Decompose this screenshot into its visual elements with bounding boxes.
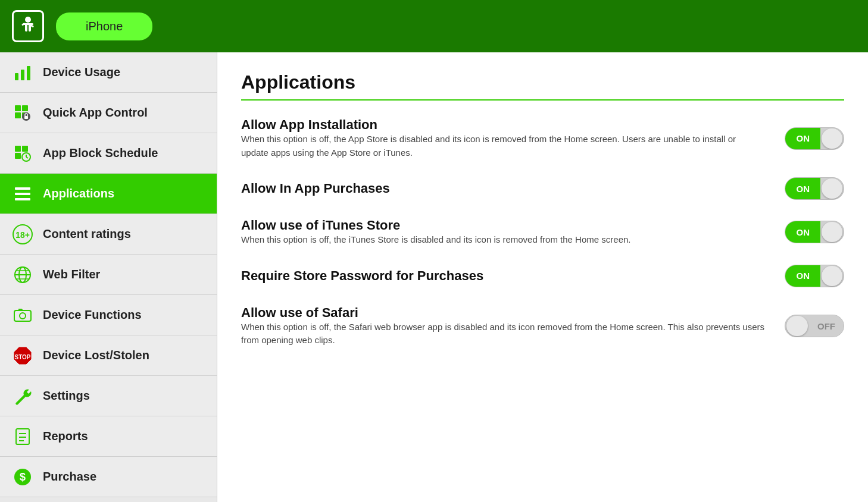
- sidebar-item-app-block-schedule[interactable]: App Block Schedule: [0, 133, 217, 174]
- setting-allow-itunes-store: Allow use of iTunes Store When this opti…: [241, 218, 844, 247]
- sidebar-label-web-filter: Web Filter: [43, 268, 100, 281]
- toggle-safari[interactable]: OFF: [785, 315, 844, 337]
- toggle-on-label: ON: [785, 178, 820, 199]
- toggle-on-label: ON: [785, 221, 820, 243]
- svg-rect-7: [21, 70, 24, 80]
- svg-rect-17: [15, 153, 21, 159]
- setting-row-store-password: Require Store Password for Purchases ON: [241, 265, 844, 287]
- sidebar-item-device-lost-stolen[interactable]: STOP Device Lost/Stolen: [0, 335, 217, 376]
- svg-rect-9: [15, 105, 21, 111]
- setting-desc-itunes-store: When this option is off, the iTunes Stor…: [241, 233, 765, 247]
- sidebar-item-content-ratings[interactable]: 18+ Content ratings: [0, 214, 217, 255]
- sidebar-item-device-functions[interactable]: Device Functions: [0, 295, 217, 335]
- stop-icon: STOP: [11, 344, 35, 368]
- svg-text:18+: 18+: [15, 230, 30, 240]
- sidebar-label-applications: Applications: [43, 187, 114, 200]
- setting-allow-app-installation: Allow App Installation When this option …: [241, 117, 844, 159]
- globe-icon: [11, 263, 35, 287]
- setting-desc-allow-app-installation: When this option is off, the App Store i…: [241, 133, 765, 159]
- bar-chart-icon: [11, 61, 35, 84]
- sidebar-item-settings[interactable]: Settings: [0, 376, 217, 416]
- content-divider: [241, 99, 844, 101]
- sidebar-label-quick-app-control: Quick App Control: [43, 106, 148, 120]
- toggle-thumb: [822, 128, 842, 149]
- toggle-store-password[interactable]: ON: [785, 265, 844, 287]
- header: iPhone: [0, 0, 868, 52]
- content-area: Applications Allow App Installation When…: [217, 52, 868, 502]
- sidebar-item-web-filter[interactable]: Web Filter: [0, 255, 217, 295]
- wrench-icon: [11, 384, 35, 408]
- setting-row-allow-app-installation: Allow App Installation When this option …: [241, 117, 844, 159]
- dollar-icon: $: [11, 465, 35, 489]
- svg-point-32: [20, 313, 26, 319]
- setting-allow-in-app-purchases: Allow In App Purchases ON: [241, 177, 844, 200]
- setting-row-safari: Allow use of Safari When this option is …: [241, 305, 844, 347]
- svg-rect-10: [22, 105, 28, 111]
- toggle-thumb: [822, 178, 842, 199]
- svg-line-20: [26, 157, 28, 158]
- toggle-off-label: OFF: [809, 315, 844, 337]
- setting-row-in-app-purchases: Allow In App Purchases ON: [241, 177, 844, 200]
- sidebar-label-device-functions: Device Functions: [43, 308, 142, 322]
- svg-rect-21: [15, 187, 30, 190]
- sidebar-item-applications[interactable]: Applications: [0, 174, 217, 214]
- grid-lock-icon: [11, 101, 35, 125]
- setting-require-store-password: Require Store Password for Purchases ON: [241, 265, 844, 287]
- sidebar-item-reports[interactable]: Reports: [0, 416, 217, 457]
- sidebar-label-app-block-schedule: App Block Schedule: [43, 146, 158, 160]
- main-layout: Device Usage Quick App Control: [0, 52, 868, 502]
- toggle-on-label: ON: [785, 128, 820, 149]
- sidebar-label-reports: Reports: [43, 429, 88, 443]
- svg-rect-31: [14, 310, 31, 321]
- toggle-on-label: ON: [785, 265, 820, 287]
- camera-icon: [11, 303, 35, 327]
- setting-title-in-app-purchases: Allow In App Purchases: [241, 181, 761, 196]
- setting-title-allow-app-installation: Allow App Installation: [241, 117, 761, 133]
- svg-rect-16: [22, 146, 28, 152]
- svg-rect-14: [24, 116, 28, 119]
- device-tab-button[interactable]: iPhone: [56, 12, 152, 40]
- logo: [12, 10, 44, 42]
- sidebar: Device Usage Quick App Control: [0, 52, 217, 502]
- setting-title-store-password: Require Store Password for Purchases: [241, 268, 761, 284]
- toggle-itunes-store[interactable]: ON: [785, 221, 844, 243]
- sidebar-label-settings: Settings: [43, 389, 90, 403]
- sidebar-label-device-usage: Device Usage: [43, 65, 120, 79]
- svg-rect-4: [21, 23, 26, 26]
- svg-rect-6: [15, 73, 18, 80]
- toggle-allow-app-installation[interactable]: ON: [785, 127, 844, 150]
- sidebar-label-content-ratings: Content ratings: [43, 227, 131, 241]
- setting-allow-safari: Allow use of Safari When this option is …: [241, 305, 844, 347]
- report-icon: [11, 425, 35, 448]
- svg-rect-15: [15, 146, 21, 152]
- toggle-thumb: [822, 266, 842, 286]
- toggle-thumb-off: [786, 316, 808, 336]
- grid-clock-icon: [11, 142, 35, 165]
- list-icon: [11, 182, 35, 206]
- svg-rect-22: [15, 193, 30, 195]
- 18plus-icon: 18+: [11, 222, 35, 246]
- svg-point-0: [25, 17, 31, 23]
- setting-title-safari: Allow use of Safari: [241, 305, 761, 321]
- sidebar-item-quick-app-control[interactable]: Quick App Control: [0, 93, 217, 133]
- page-title: Applications: [241, 71, 844, 93]
- sidebar-item-purchase[interactable]: $ Purchase: [0, 457, 217, 497]
- svg-text:$: $: [20, 471, 26, 483]
- setting-title-itunes-store: Allow use of iTunes Store: [241, 218, 761, 233]
- svg-text:STOP: STOP: [14, 354, 30, 360]
- toggle-in-app-purchases[interactable]: ON: [785, 177, 844, 200]
- sidebar-label-device-lost-stolen: Device Lost/Stolen: [43, 349, 149, 362]
- sidebar-item-device-usage[interactable]: Device Usage: [0, 52, 217, 93]
- svg-rect-23: [15, 198, 30, 200]
- svg-rect-11: [15, 112, 21, 118]
- sidebar-label-purchase: Purchase: [43, 470, 96, 484]
- setting-desc-safari: When this option is off, the Safari web …: [241, 321, 765, 347]
- setting-row-itunes-store: Allow use of iTunes Store When this opti…: [241, 218, 844, 247]
- svg-rect-8: [27, 66, 30, 80]
- toggle-thumb: [822, 222, 842, 242]
